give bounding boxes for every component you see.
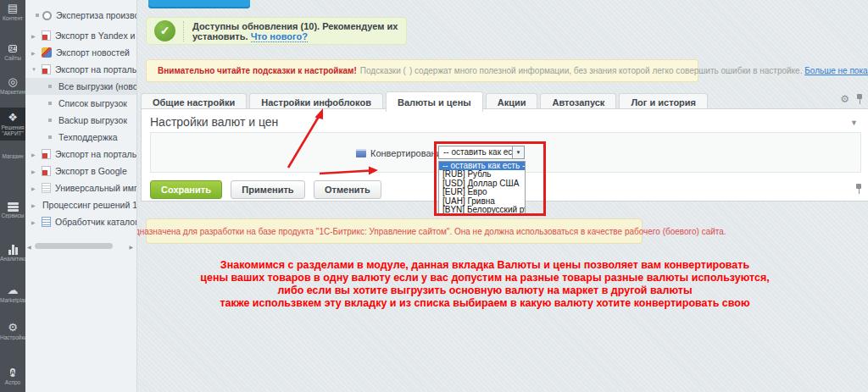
sidebar-item-label: Backup выгрузок bbox=[58, 115, 127, 125]
rail-item-label: Настройки bbox=[0, 334, 25, 340]
calendar-24-icon: 24 bbox=[8, 45, 17, 52]
hints-warning-text: Внимательно читайте подсказки к настройк… bbox=[158, 66, 357, 75]
tab-label: Общие настройки bbox=[153, 97, 235, 108]
sidebar-item-universal-import[interactable]: ▶ Универсальный импорт bbox=[25, 179, 136, 196]
sidebar-item-export-google[interactable]: ▶ Экспорт в Google bbox=[25, 163, 136, 179]
rail-item-sites[interactable]: 24 Сайты bbox=[0, 39, 25, 61]
tab-label: Акции bbox=[498, 97, 526, 108]
sidebar-item-all-unloads[interactable]: Все выгрузки (новое) bbox=[25, 78, 136, 95]
hints-text-pre: Подсказки ( bbox=[360, 66, 406, 75]
rail-item-marketing[interactable]: ◎ Маркетинг bbox=[0, 75, 25, 95]
dropdown-option[interactable]: [UAH] Гривна bbox=[439, 197, 525, 206]
sidebar-item-label: Список выгрузок bbox=[58, 98, 127, 108]
dropdown-option[interactable]: [BYN] Белорусский рубль bbox=[439, 206, 525, 214]
annotation-line: цены ваших товаров в одну валюту если у … bbox=[137, 272, 832, 284]
sidebar-item-export-portals-api[interactable]: ▶ Экспорт на порталы + API bbox=[25, 146, 136, 163]
sidebar-item-export-portals[interactable]: ▼ Экспорт на порталы bbox=[25, 61, 136, 78]
trial-warning-banner: Эта установка предназначена для разработ… bbox=[146, 218, 643, 244]
sidebar-item-export-yandex-google[interactable]: ▶ Экспорт в Yandex и Google bbox=[25, 27, 136, 44]
chevron-right-icon: ▶ bbox=[31, 33, 38, 39]
chevron-right-icon: ▶ bbox=[31, 219, 38, 225]
scrollbar-thumb[interactable] bbox=[35, 243, 113, 249]
left-icon-rail: ▤ Контент 24 Сайты ◎ Маркетинг ❖ Решения… bbox=[0, 0, 25, 392]
rail-item-content[interactable]: ▤ Контент bbox=[0, 2, 25, 21]
currency-select[interactable]: -- оставить как есть -- ▼ bbox=[438, 146, 525, 159]
rail-item-label: Магазин bbox=[0, 153, 25, 159]
sidebar-item-unload-list[interactable]: Список выгрузок bbox=[25, 95, 136, 112]
bullet-icon bbox=[48, 85, 52, 88]
sidebar-item-label: Экспорт в Yandex и Google bbox=[55, 30, 136, 41]
sidebar-item-backup-unloads[interactable]: Backup выгрузок bbox=[25, 112, 136, 129]
chevron-down-icon: ▼ bbox=[31, 67, 38, 72]
rail-item-services[interactable]: Сервисы bbox=[0, 202, 25, 218]
plain-doc-icon bbox=[42, 183, 51, 193]
gear-icon: ⚙ bbox=[0, 321, 25, 334]
sidebar-item-label: Экспорт в Google bbox=[55, 166, 127, 176]
whats-new-link[interactable]: Что нового? bbox=[251, 31, 308, 42]
trial-warning-text: Эта установка предназначена для разработ… bbox=[62, 227, 726, 236]
rail-item-analytics[interactable]: Аналитика bbox=[0, 244, 25, 262]
blue-doc-icon bbox=[42, 217, 51, 227]
top-blue-button[interactable] bbox=[148, 0, 250, 8]
sidebar-item-processing-solutions[interactable]: ▶ Процессинг решений 1С-Битр bbox=[25, 196, 136, 213]
rail-item-label: Сайты bbox=[0, 55, 25, 61]
export-doc-icon bbox=[42, 30, 51, 41]
scroll-left-icon[interactable]: ◀ bbox=[27, 244, 31, 250]
layers-icon bbox=[0, 202, 25, 212]
apply-button[interactable]: Применить bbox=[231, 180, 304, 199]
annotation-line: либо если вы хотите выгрузить основную в… bbox=[137, 284, 832, 297]
target-icon: ◎ bbox=[0, 75, 25, 88]
gear-icon[interactable]: ⚙ bbox=[840, 94, 849, 104]
scroll-right-icon[interactable]: ▶ bbox=[129, 244, 133, 250]
rail-item-shop[interactable]: Магазин bbox=[0, 152, 25, 159]
select-arrow-icon: ▼ bbox=[512, 146, 524, 158]
sidebar-item-export-news[interactable]: ▶ Экспорт новостей bbox=[25, 44, 136, 61]
save-button[interactable]: Сохранить bbox=[150, 180, 222, 199]
sidebar-item-tech-support[interactable]: Техподдержка bbox=[25, 129, 136, 146]
aspro-a-icon: A bbox=[10, 368, 16, 377]
tab-label: Настройки инфоблоков bbox=[261, 97, 371, 108]
cloud-icon: ☁ bbox=[0, 284, 25, 296]
bitrix-admin-page: ▤ Контент 24 Сайты ◎ Маркетинг ❖ Решения… bbox=[0, 0, 868, 392]
field-hint-icon[interactable] bbox=[356, 149, 366, 157]
rail-item-aspro[interactable]: A Аспро bbox=[0, 363, 25, 385]
chevron-right-icon: ▶ bbox=[31, 202, 38, 208]
dropdown-option[interactable]: [RUB] Рубль bbox=[439, 170, 525, 179]
sidebar-horizontal-scrollbar[interactable]: ◀ ▶ bbox=[27, 242, 133, 251]
rail-item-marketplace[interactable]: ☁ Marketplace bbox=[0, 284, 25, 303]
pin-icon[interactable] bbox=[856, 94, 863, 104]
dropdown-option[interactable]: -- оставить как есть -- bbox=[439, 162, 525, 170]
check-circle-icon: ✓ bbox=[154, 20, 175, 41]
tab-currencies-prices[interactable]: Валюты и цены bbox=[386, 91, 483, 112]
chevron-right-icon: ▶ bbox=[31, 185, 38, 191]
dropdown-option[interactable]: [EUR] Евро bbox=[439, 188, 525, 196]
tab-toolbar: ⚙ bbox=[840, 94, 863, 104]
cancel-button[interactable]: Отменить bbox=[314, 180, 381, 199]
gauge-icon bbox=[42, 11, 52, 20]
panel-title: Настройки валют и цен bbox=[150, 115, 278, 129]
chevron-right-icon: ▶ bbox=[31, 168, 38, 174]
bullet-icon bbox=[36, 14, 39, 17]
pin-icon[interactable] bbox=[855, 184, 862, 194]
updates-notification: ✓ Доступны обновления (10). Рекомендуем … bbox=[146, 17, 407, 45]
rail-item-akrit-solutions[interactable]: ❖ Решения "АКРИТ" bbox=[0, 108, 25, 141]
rail-item-settings[interactable]: ⚙ Настройки bbox=[0, 321, 25, 340]
currency-dropdown-list: -- оставить как есть -- [RUB] Рубль [USD… bbox=[438, 161, 526, 215]
dont-show-link[interactable]: Больше не показывать bbox=[804, 66, 868, 75]
updates-text: Доступны обновления (10). Рекомендуем их… bbox=[192, 21, 406, 41]
bullet-icon bbox=[48, 102, 52, 105]
sidebar-item-catalog-handler[interactable]: ▶ Обработчик каталога bbox=[25, 213, 136, 230]
annotation-line: Знакомимся с разделами в модуле, данная … bbox=[137, 259, 832, 272]
sidebar-item-label: Техподдержка bbox=[58, 132, 118, 142]
main-content: ✓ Доступны обновления (10). Рекомендуем … bbox=[137, 0, 868, 392]
export-doc-icon bbox=[42, 149, 51, 159]
chevron-right-icon: ▶ bbox=[31, 152, 38, 157]
dropdown-option[interactable]: [USD] Доллар США bbox=[439, 179, 525, 188]
sidebar-item-performance[interactable]: Экспертиза производительн bbox=[25, 7, 136, 24]
red-annotation-text: Знакомимся с разделами в модуле, данная … bbox=[137, 259, 832, 310]
sidebar-item-label: Все выгрузки (новое) bbox=[58, 81, 136, 91]
hints-text-post: ) содержат много полезной информации, бе… bbox=[409, 66, 803, 75]
rail-item-label: Решения "АКРИТ" bbox=[0, 124, 25, 136]
collapse-chevron-icon[interactable]: ▼ bbox=[850, 119, 858, 127]
rail-item-label: Аспро bbox=[0, 379, 25, 385]
